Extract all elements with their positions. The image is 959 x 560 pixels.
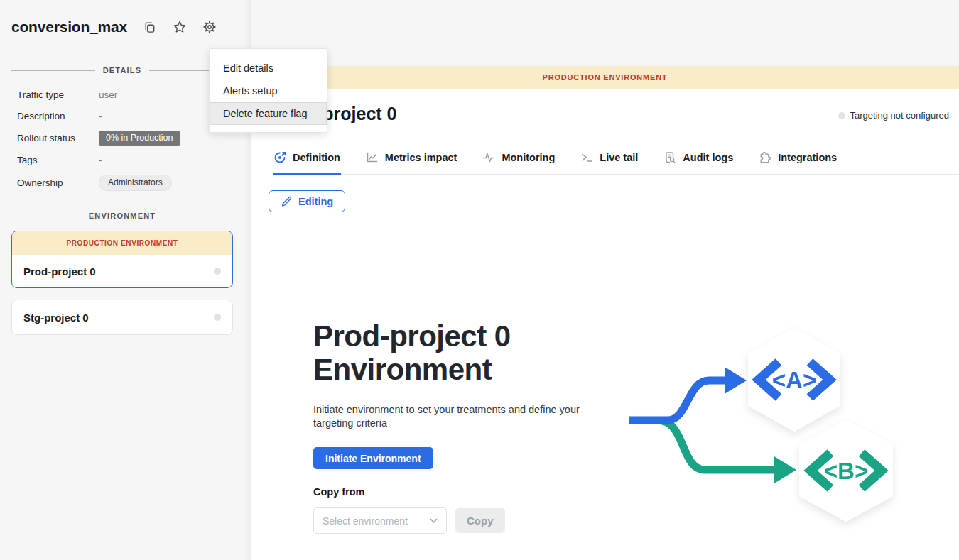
ab-split-illustration: <A> <B> bbox=[625, 321, 902, 530]
empty-state-title: Prod-project 0 Environment bbox=[313, 319, 511, 386]
copy-button[interactable]: Copy bbox=[455, 508, 505, 533]
divider bbox=[11, 216, 81, 216]
rollout-status-badge: 0% in Production bbox=[99, 131, 180, 146]
production-environment-banner: PRODUCTION ENVIRONMENT bbox=[251, 66, 959, 89]
tab-audit-logs[interactable]: Audit logs bbox=[663, 145, 734, 175]
details-list: Traffic type user Description - Rollout … bbox=[17, 88, 233, 199]
flag-actions bbox=[142, 19, 217, 35]
tab-label: Integrations bbox=[778, 152, 837, 163]
copy-icon[interactable] bbox=[142, 19, 158, 35]
status-dot bbox=[214, 268, 221, 275]
detail-label: Traffic type bbox=[17, 89, 99, 100]
detail-label: Ownership bbox=[17, 177, 99, 188]
env-card-prod[interactable]: PRODUCTION ENVIRONMENT Prod-project 0 bbox=[11, 231, 233, 288]
env-card-name: Prod-project 0 bbox=[23, 265, 96, 278]
tab-bar: Definition Metrics impact Monitoring bbox=[273, 145, 959, 175]
detail-label: Rollout status bbox=[17, 133, 99, 143]
detail-row-ownership: Ownership Administrators bbox=[17, 175, 233, 191]
ownership-badge[interactable]: Administrators bbox=[99, 175, 172, 191]
targeting-status-dot bbox=[838, 112, 845, 119]
divider bbox=[11, 70, 95, 71]
flag-header: conversion_max bbox=[11, 18, 217, 35]
audit-doc-icon bbox=[663, 151, 676, 164]
menu-item-edit-details[interactable]: Edit details bbox=[210, 57, 327, 79]
tab-live-tail[interactable]: Live tail bbox=[580, 145, 639, 175]
star-icon[interactable] bbox=[172, 19, 188, 35]
pulse-icon bbox=[482, 151, 495, 164]
tab-label: Definition bbox=[293, 152, 340, 163]
terminal-icon bbox=[580, 151, 593, 164]
tab-definition[interactable]: Definition bbox=[273, 145, 341, 175]
tab-monitoring[interactable]: Monitoring bbox=[482, 145, 556, 175]
target-icon bbox=[273, 151, 286, 164]
main-panel: PRODUCTION ENVIRONMENT Prod-project 0 Ta… bbox=[251, 0, 959, 560]
detail-row-traffic-type: Traffic type user bbox=[17, 88, 233, 101]
tab-metrics-impact[interactable]: Metrics impact bbox=[365, 145, 458, 175]
detail-value: - bbox=[99, 155, 233, 165]
tab-label: Monitoring bbox=[502, 152, 555, 163]
puzzle-icon bbox=[759, 151, 771, 164]
menu-item-alerts-setup[interactable]: Alerts setup bbox=[210, 79, 327, 102]
status-dot bbox=[214, 314, 221, 321]
tab-label: Metrics impact bbox=[385, 152, 457, 163]
chart-icon bbox=[366, 151, 379, 164]
details-heading: DETAILS bbox=[11, 66, 233, 75]
environment-heading: ENVIRONMENT bbox=[11, 212, 233, 220]
targeting-status-label: Targeting not configured bbox=[850, 110, 949, 121]
env-card-staging[interactable]: Stg-project 0 bbox=[11, 300, 233, 335]
env-card-name: Stg-project 0 bbox=[23, 312, 89, 324]
hexagon-b-label: <B> bbox=[824, 458, 868, 484]
gear-icon[interactable] bbox=[202, 19, 217, 35]
pencil-icon bbox=[281, 196, 292, 207]
details-heading-label: DETAILS bbox=[103, 66, 142, 75]
detail-row-rollout-status: Rollout status 0% in Production bbox=[17, 131, 233, 146]
flag-title: conversion_max bbox=[11, 18, 127, 35]
chevron-down-icon bbox=[421, 512, 446, 529]
divider bbox=[163, 216, 233, 216]
environment-heading-label: ENVIRONMENT bbox=[89, 212, 156, 220]
targeting-status: Targeting not configured bbox=[838, 110, 949, 121]
tab-label: Audit logs bbox=[683, 152, 733, 163]
copy-from-label: Copy from bbox=[313, 486, 365, 498]
detail-label: Description bbox=[17, 111, 99, 121]
editing-button[interactable]: Editing bbox=[269, 190, 345, 212]
flag-settings-menu: Edit details Alerts setup Delete feature… bbox=[209, 48, 327, 133]
detail-row-tags: Tags - bbox=[17, 153, 233, 167]
tab-label: Live tail bbox=[600, 152, 638, 163]
empty-state-title-line2: Environment bbox=[313, 353, 492, 386]
environment-select[interactable]: Select environment bbox=[313, 507, 447, 534]
detail-label: Tags bbox=[17, 155, 99, 165]
tab-integrations[interactable]: Integrations bbox=[758, 145, 838, 175]
environment-select-placeholder: Select environment bbox=[314, 515, 421, 527]
env-card-production-banner: PRODUCTION ENVIRONMENT bbox=[12, 231, 232, 255]
editing-button-label: Editing bbox=[298, 196, 333, 207]
detail-row-description: Description - bbox=[17, 109, 233, 123]
empty-state-title-line1: Prod-project 0 bbox=[313, 319, 511, 353]
initiate-environment-button[interactable]: Initiate Environment bbox=[313, 447, 433, 469]
empty-state-description: Initiate environment to set your treatme… bbox=[313, 403, 582, 430]
hexagon-a-label: <A> bbox=[772, 367, 816, 393]
menu-item-delete-feature-flag[interactable]: Delete feature flag bbox=[210, 102, 327, 125]
